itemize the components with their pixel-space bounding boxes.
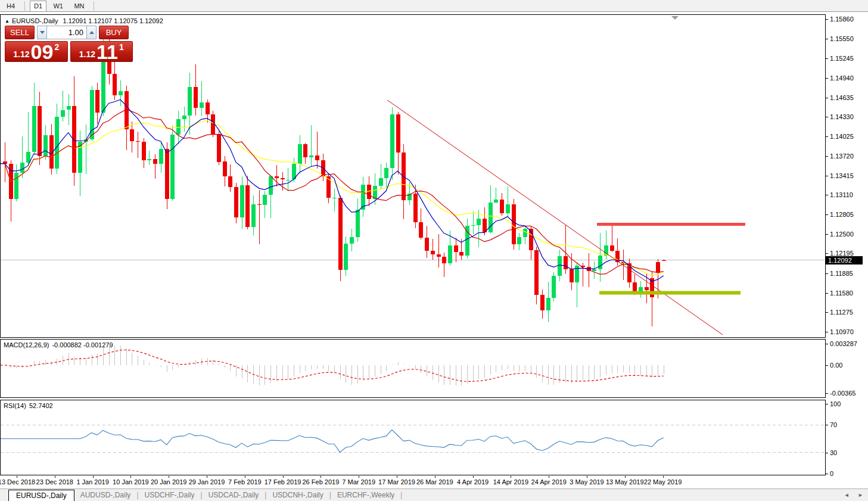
axis-tick (826, 293, 828, 294)
descending-trendline (387, 100, 723, 335)
collapse-arrow-icon[interactable]: ▲ (5, 18, 10, 24)
candle-body (298, 144, 302, 163)
macd-axis-label: 0.003287 (830, 340, 857, 347)
macd-label-row: MACD(12,26,9)-0.000882 -0.001279 (4, 341, 113, 348)
volume-input[interactable] (47, 26, 86, 39)
candle-body (119, 91, 123, 95)
candle-body (413, 194, 418, 222)
candle-body (500, 200, 504, 214)
time-axis-tick (93, 476, 94, 478)
price-scale[interactable]: 1.12092 1.158601.155501.152451.149401.14… (826, 0, 868, 488)
time-axis-label: 7 Feb 2019 (228, 478, 262, 486)
candle-body (332, 198, 337, 198)
candle-body (448, 245, 452, 263)
chart-tab-eurusd-daily[interactable]: EURUSD-,Daily (8, 490, 74, 501)
candle-body (234, 187, 238, 217)
candle-body (506, 204, 510, 213)
macd-pane[interactable]: MACD(12,26,9)-0.000882 -0.001279 (0, 339, 826, 398)
chart-tab-usdchf-daily[interactable]: USDCHF-,Daily (139, 489, 201, 501)
macd-axis-label: -0.00365 (830, 390, 855, 397)
time-axis-label: 26 Mar 2019 (416, 478, 453, 486)
time-axis-tick (435, 476, 435, 478)
candle-body (228, 176, 232, 187)
candle-body (379, 178, 383, 186)
time-axis[interactable]: 13 Dec 201823 Dec 20181 Jan 201910 Jan 2… (0, 476, 826, 487)
macd-chart-canvas[interactable] (0, 339, 826, 398)
candle-body (269, 176, 273, 195)
buy-button[interactable]: BUY (99, 26, 129, 39)
candle-body (540, 295, 545, 310)
candle-body (459, 252, 463, 256)
candle-body (477, 219, 481, 225)
candle-body (67, 106, 71, 110)
price-axis-label: 1.11885 (830, 270, 853, 277)
buy-price-pipette: 1 (119, 42, 124, 51)
candle-body (552, 276, 556, 298)
candle-body (454, 245, 458, 252)
scroll-left-icon[interactable]: ◄ (844, 492, 850, 498)
candle-body (136, 141, 140, 142)
price-axis-label: 1.15550 (830, 35, 854, 42)
price-axis-label: 1.12500 (830, 231, 854, 238)
candle-body (483, 219, 487, 232)
candle-body (442, 257, 446, 263)
candle-body (200, 102, 204, 108)
candle-body (95, 90, 99, 113)
toolbar-separator (24, 1, 25, 11)
axis-tick (826, 365, 828, 366)
price-pane[interactable]: ▲EURUSD-,Daily1.12091 1.12107 1.12075 1.… (0, 14, 826, 338)
time-axis-label: 22 May 2019 (644, 478, 682, 486)
candle-body (419, 222, 423, 238)
macd-signal-line (1, 350, 664, 381)
time-axis-label: 14 Apr 2019 (493, 478, 528, 486)
volume-increase-button[interactable] (86, 26, 97, 39)
axis-tick (826, 39, 828, 39)
time-axis-label: 29 Jan 2019 (189, 478, 225, 486)
time-axis-label: 20 Jan 2019 (151, 478, 187, 486)
candle-body (281, 178, 285, 179)
buy-price-quote[interactable]: 1.12111 (70, 41, 133, 62)
chart-tab-usdcad-daily[interactable]: USDCAD-,Daily (203, 489, 265, 501)
axis-tick (826, 78, 828, 79)
time-axis-tick (283, 476, 284, 478)
timeframe-button-mn[interactable]: MN (70, 1, 88, 12)
price-axis-label: 1.13415 (830, 172, 854, 179)
rsi-chart-canvas[interactable] (0, 400, 826, 475)
candle-body (558, 256, 562, 275)
candle-body (494, 200, 498, 203)
scroll-right-icon[interactable]: ► (858, 492, 863, 498)
chart-shift-marker-icon (671, 16, 679, 20)
volume-decrease-button[interactable] (37, 26, 47, 39)
timeframe-button-d1[interactable]: D1 (30, 1, 46, 12)
rsi-axis-label: 0 (830, 470, 833, 477)
macd-indicator-label: MACD(12,26,9) (4, 341, 49, 348)
rsi-indicator-label: RSI(14) (4, 402, 26, 409)
chart-tab-eurchf-weekly[interactable]: EURCHF-,Weekly (331, 489, 400, 501)
candle-body (194, 87, 198, 108)
tab-scroll-arrows: ◄ ► (837, 492, 863, 498)
chevron-down-icon (40, 31, 45, 34)
axis-tick (826, 176, 828, 176)
price-chart-canvas[interactable] (0, 14, 826, 338)
price-axis-label: 1.13110 (830, 191, 853, 198)
candle-body (130, 129, 134, 141)
time-axis-tick (549, 476, 549, 478)
candle-body (159, 149, 163, 164)
axis-tick (826, 425, 828, 425)
time-axis-label: 13 Dec 2018 (0, 478, 35, 486)
price-axis-label: 1.11275 (830, 309, 853, 316)
sell-price-quote[interactable]: 1.12092 (5, 41, 68, 62)
rsi-pane[interactable]: RSI(14)52.7402 (0, 400, 826, 475)
time-axis-label: 1 Jan 2019 (76, 478, 108, 486)
chart-tab-usdcnh-daily[interactable]: USDCNH-,Daily (266, 489, 329, 501)
rsi-axis-label: 70 (830, 421, 837, 428)
timeframe-button-h4[interactable]: H4 (2, 1, 19, 12)
chart-header: ▲EURUSD-,Daily1.12091 1.12107 1.12075 1.… (5, 17, 163, 24)
timeframe-button-w1[interactable]: W1 (49, 1, 67, 12)
sell-button[interactable]: SELL (5, 26, 35, 39)
candle-body (402, 153, 406, 200)
price-axis-label: 1.10970 (830, 328, 854, 335)
chart-tab-audusd-daily[interactable]: AUDUSD-,Daily (74, 489, 137, 501)
candle-body (240, 185, 244, 217)
time-axis-label: 3 May 2019 (570, 478, 603, 486)
